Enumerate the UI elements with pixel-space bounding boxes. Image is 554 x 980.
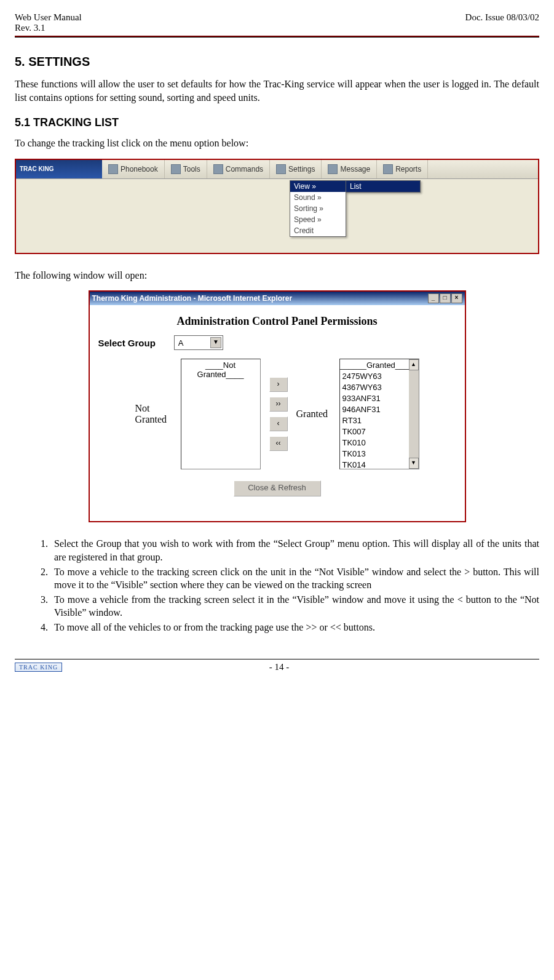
select-group-label: Select Group: [98, 338, 156, 348]
submenu-item-list[interactable]: List: [346, 181, 420, 192]
list-item[interactable]: TK014: [340, 460, 419, 469]
toolbar-settings[interactable]: Settings: [270, 160, 322, 178]
close-refresh-button[interactable]: Close & Refresh: [234, 480, 321, 496]
menu-item-view-label: View »: [294, 182, 316, 191]
menu-item-sound[interactable]: Sound »: [290, 192, 346, 203]
granted-side-label: Granted: [296, 408, 331, 420]
window-minimize-button[interactable]: _: [428, 293, 439, 303]
footer-rule: [15, 659, 539, 659]
following-window-text: The following window will open:: [15, 269, 539, 282]
reports-icon: [383, 164, 393, 174]
toolbar-commands[interactable]: Commands: [207, 160, 270, 178]
view-submenu[interactable]: List: [346, 180, 421, 193]
toolbar-reports[interactable]: Reports: [377, 160, 428, 178]
menu-item-sorting[interactable]: Sorting »: [290, 203, 346, 214]
toolbar-message[interactable]: Message: [322, 160, 377, 178]
step-4: To move all of the vehicles to or from t…: [50, 621, 539, 634]
window-title: Thermo King Administration - Microsoft I…: [92, 294, 293, 303]
chevron-down-icon: ▼: [210, 337, 221, 348]
toolbar-tools[interactable]: Tools: [165, 160, 207, 178]
dropdown-area: View » Sound » Sorting » Speed » Credit …: [16, 179, 538, 253]
toolbar-phonebook-label: Phonebook: [121, 165, 158, 173]
step-1: Select the Group that you wish to work w…: [50, 537, 539, 564]
toolbar-reports-label: Reports: [395, 165, 421, 173]
move-left-button[interactable]: ‹: [269, 416, 288, 431]
message-icon: [328, 164, 338, 174]
page-footer: TRAC KING - 14 -: [15, 662, 539, 672]
listbox-scrollbar[interactable]: ▲ ▼: [409, 359, 419, 469]
move-all-left-button[interactable]: ‹‹: [269, 436, 288, 451]
select-group-dropdown[interactable]: A ▼: [174, 335, 223, 350]
instruction-list: Select the Group that you wish to work w…: [15, 537, 539, 634]
footer-logo: TRAC KING: [15, 663, 62, 672]
tools-icon: [171, 164, 181, 174]
granted-header: ______Granted______: [340, 359, 419, 371]
scroll-down-icon[interactable]: ▼: [409, 458, 419, 469]
permissions-title: Administration Control Panel Permissions: [98, 315, 456, 328]
not-granted-listbox[interactable]: ____Not Granted____: [181, 359, 261, 469]
scroll-up-icon[interactable]: ▲: [409, 359, 419, 370]
admin-window-figure: Thermo King Administration - Microsoft I…: [89, 290, 466, 522]
toolbar-message-label: Message: [340, 165, 370, 173]
window-titlebar: Thermo King Administration - Microsoft I…: [90, 292, 465, 305]
toolbar-logo: TRAC KING: [16, 160, 102, 178]
not-granted-header: ____Not Granted____: [181, 359, 260, 380]
phonebook-icon: [108, 164, 118, 174]
toolbar-phonebook[interactable]: Phonebook: [102, 160, 165, 178]
app-toolbar: TRAC KING Phonebook Tools Commands Setti…: [16, 160, 538, 179]
toolbar-commands-label: Commands: [226, 165, 263, 173]
step-3: To move a vehicle from the tracking scre…: [50, 593, 539, 619]
list-item[interactable]: 933ANF31: [340, 393, 419, 404]
toolbar-settings-label: Settings: [288, 165, 315, 173]
not-granted-side-label: NotGranted: [135, 403, 172, 425]
list-item[interactable]: 2475WY63: [340, 371, 419, 382]
select-group-value: A: [178, 338, 184, 348]
commands-icon: [213, 164, 223, 174]
list-item[interactable]: RT31: [340, 415, 419, 426]
menu-item-view[interactable]: View »: [290, 181, 346, 192]
list-item[interactable]: TK013: [340, 448, 419, 460]
subsection-heading: 5.1 TRACKING LIST: [15, 116, 539, 129]
toolbar-tools-label: Tools: [183, 165, 200, 173]
step-2: To move a vehicle to the tracking screen…: [50, 565, 539, 592]
header-revision: Rev. 3.1: [15, 23, 82, 33]
settings-menu[interactable]: View » Sound » Sorting » Speed » Credit: [290, 180, 346, 237]
move-all-right-button[interactable]: ››: [269, 397, 288, 412]
menu-item-speed[interactable]: Speed »: [290, 214, 346, 225]
instruction-paragraph: To change the tracking list click on the…: [15, 137, 539, 150]
list-item[interactable]: 4367WY63: [340, 382, 419, 393]
window-maximize-button[interactable]: □: [440, 293, 451, 303]
intro-paragraph: These functions will allow the user to s…: [15, 78, 539, 104]
granted-listbox[interactable]: ______Granted______ 2475WY63 4367WY63 93…: [339, 359, 419, 469]
page-header: Web User Manual Rev. 3.1 Doc. Issue 08/0…: [15, 12, 539, 33]
menu-item-credit[interactable]: Credit: [290, 225, 346, 236]
header-rule-thin: [15, 37, 539, 38]
list-item[interactable]: 946ANF31: [340, 404, 419, 415]
toolbar-figure: TRAC KING Phonebook Tools Commands Setti…: [15, 159, 539, 254]
list-item[interactable]: TK007: [340, 426, 419, 437]
window-close-button[interactable]: ×: [451, 293, 462, 303]
page-number: - 14 -: [62, 662, 496, 672]
list-item[interactable]: TK010: [340, 437, 419, 448]
header-issue-date: Doc. Issue 08/03/02: [465, 12, 539, 33]
settings-icon: [276, 164, 286, 174]
section-heading: 5. SETTINGS: [15, 55, 539, 69]
header-doc-title: Web User Manual: [15, 12, 82, 23]
move-right-button[interactable]: ›: [269, 377, 288, 392]
